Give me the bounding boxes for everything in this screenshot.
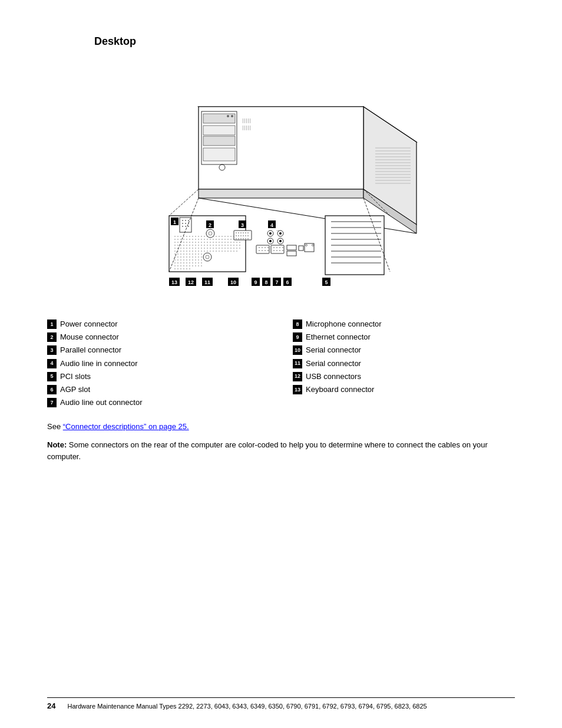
svg-rect-282 [256,245,269,253]
svg-point-203 [183,256,184,258]
svg-point-120 [174,245,176,246]
svg-point-141 [236,245,237,246]
svg-rect-14 [248,118,249,123]
legend-item: 8Microphone connector [293,319,515,330]
svg-point-148 [189,248,190,249]
svg-point-86 [210,239,211,240]
svg-point-204 [186,256,187,258]
svg-rect-302 [299,246,303,251]
svg-point-190 [174,253,176,255]
svg-point-55 [186,236,187,237]
desktop-diagram: 1 [110,60,452,307]
svg-point-279 [269,240,272,242]
svg-rect-20 [250,126,250,130]
footer-page-number: 24 [47,701,55,710]
legend-text: Parallel connector [60,345,121,355]
svg-point-184 [227,251,229,252]
svg-point-286 [267,247,269,248]
svg-rect-291 [271,245,284,253]
svg-point-152 [201,248,202,249]
legend-item: 3Parallel connector [47,345,269,355]
svg-point-222 [180,262,181,263]
svg-point-169 [183,251,184,252]
svg-point-229 [201,262,202,263]
svg-point-108 [207,242,208,243]
legend-item: 4Audio line in connector [47,358,269,369]
svg-point-85 [207,239,208,240]
svg-point-288 [262,250,263,251]
svg-point-195 [189,253,190,255]
legend-section: 1Power connector2Mouse connector3Paralle… [47,319,515,410]
footer: 24 Hardware Maintenance Manual Types 229… [47,697,515,710]
svg-point-183 [224,251,226,252]
svg-point-235 [189,265,190,266]
svg-line-335 [169,189,199,216]
svg-point-196 [192,253,193,255]
svg-point-185 [230,251,232,252]
svg-point-47 [182,226,183,227]
svg-point-205 [189,256,190,258]
svg-point-82 [198,239,199,240]
svg-point-112 [219,242,220,243]
svg-point-214 [186,259,187,261]
legend-item: 6AGP slot [47,384,269,395]
svg-point-207 [195,256,196,258]
svg-point-149 [192,248,193,249]
svg-point-42 [185,220,186,221]
svg-point-43 [188,220,189,221]
svg-point-61 [204,236,205,237]
svg-rect-301 [287,251,296,256]
svg-point-168 [180,251,181,252]
svg-point-173 [195,251,196,252]
connector-descriptions-link[interactable]: “Connector descriptions” on page 25. [63,422,189,431]
legend-badge: 7 [47,398,57,407]
svg-point-143 [174,248,176,249]
legend-item: 13Keyboard connector [293,384,515,395]
legend-badge: 12 [293,372,302,381]
legend-item: 2Mouse connector [47,332,269,342]
svg-point-87 [213,239,214,240]
legend-text: Power connector [60,319,118,330]
svg-point-116 [230,242,232,243]
svg-point-10 [231,115,233,117]
svg-text:11: 11 [204,279,210,285]
svg-point-218 [198,259,199,261]
svg-point-161 [227,248,229,249]
svg-point-232 [180,265,181,266]
svg-point-68 [224,236,226,237]
svg-point-202 [180,256,181,258]
svg-point-69 [227,236,229,237]
svg-point-9 [227,115,229,117]
svg-point-274 [269,232,272,235]
svg-point-164 [236,248,237,249]
note-text: Some connectors on the rear of the compu… [47,440,488,461]
svg-rect-18 [246,126,247,130]
svg-text:10: 10 [230,279,236,285]
svg-point-270 [247,238,249,239]
svg-point-225 [189,262,190,263]
svg-point-101 [186,242,187,243]
svg-point-159 [222,248,223,249]
see-link-section: See “Connector descriptions” on page 25. [47,422,515,431]
svg-point-126 [192,245,193,246]
svg-point-155 [210,248,211,249]
svg-text:13: 13 [171,279,177,285]
svg-point-162 [230,248,232,249]
legend-left: 1Power connector2Mouse connector3Paralle… [47,319,269,410]
legend-badge: 6 [47,385,57,394]
svg-point-238 [198,265,199,266]
svg-point-74 [174,239,176,240]
svg-text:1: 1 [173,219,176,225]
svg-point-44 [182,223,183,224]
svg-point-127 [195,245,196,246]
svg-point-267 [240,238,242,239]
svg-point-182 [222,251,223,252]
svg-point-158 [219,248,220,249]
svg-point-113 [222,242,223,243]
svg-point-290 [267,250,269,251]
legend-badge: 10 [293,345,302,355]
svg-point-45 [185,223,186,224]
svg-point-177 [207,251,208,252]
svg-text:2: 2 [209,222,211,228]
svg-point-198 [198,253,199,255]
